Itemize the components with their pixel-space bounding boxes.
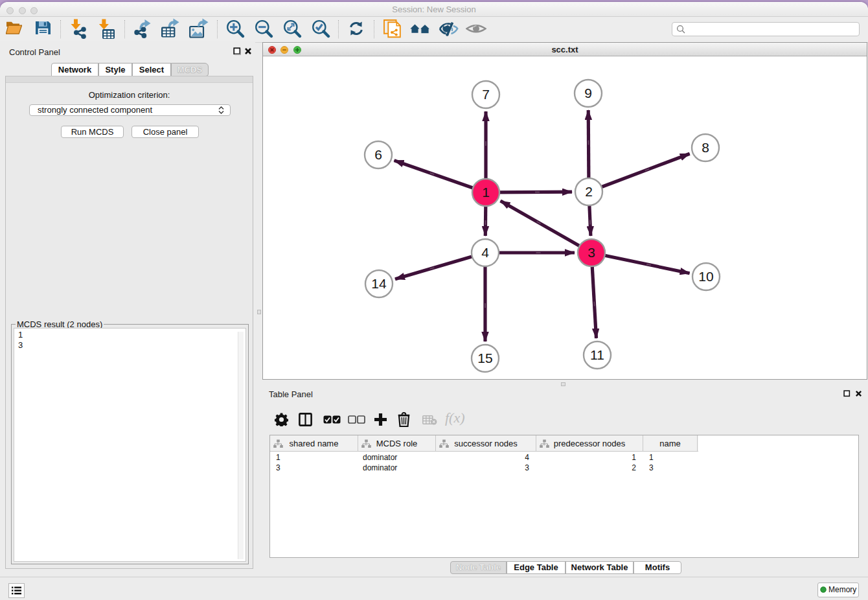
svg-text:7: 7 bbox=[482, 87, 490, 102]
svg-text:14: 14 bbox=[371, 276, 387, 291]
svg-text:11: 11 bbox=[590, 347, 604, 362]
svg-text:2: 2 bbox=[585, 184, 593, 199]
svg-text:3: 3 bbox=[588, 245, 595, 260]
svg-text:15: 15 bbox=[477, 351, 492, 365]
svg-text:4: 4 bbox=[481, 245, 489, 260]
svg-text:10: 10 bbox=[698, 269, 713, 284]
svg-text:6: 6 bbox=[374, 147, 382, 162]
svg-text:9: 9 bbox=[584, 86, 592, 100]
svg-text:1: 1 bbox=[482, 185, 490, 200]
svg-text:8: 8 bbox=[702, 140, 709, 155]
